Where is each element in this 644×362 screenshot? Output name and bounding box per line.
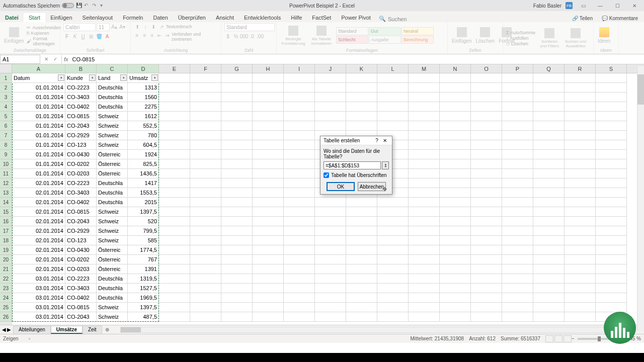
cell[interactable] bbox=[221, 140, 253, 150]
cell[interactable] bbox=[502, 159, 533, 169]
align-center-icon[interactable]: ≡ bbox=[141, 32, 148, 39]
cell[interactable] bbox=[471, 236, 502, 245]
cell[interactable] bbox=[409, 255, 440, 264]
cell[interactable] bbox=[159, 245, 190, 255]
dialog-help-icon[interactable]: ? bbox=[373, 138, 381, 143]
cell[interactable] bbox=[471, 312, 502, 322]
cell[interactable] bbox=[409, 150, 440, 159]
cell[interactable] bbox=[440, 255, 471, 264]
cell[interactable] bbox=[533, 102, 565, 112]
cell[interactable] bbox=[159, 264, 190, 274]
redo-icon[interactable]: ↷ bbox=[92, 3, 98, 9]
cell[interactable] bbox=[190, 150, 221, 159]
cell[interactable] bbox=[377, 93, 409, 102]
cell[interactable] bbox=[533, 226, 565, 236]
cell[interactable] bbox=[409, 303, 440, 312]
row-header-26[interactable]: 26 bbox=[0, 312, 12, 322]
cell[interactable] bbox=[253, 102, 284, 112]
cell[interactable] bbox=[190, 303, 221, 312]
cell[interactable] bbox=[377, 83, 409, 93]
cell[interactable] bbox=[253, 178, 284, 188]
cell[interactable] bbox=[346, 83, 377, 93]
cell[interactable] bbox=[409, 178, 440, 188]
cell[interactable]: Deutschla bbox=[97, 93, 128, 102]
cell[interactable] bbox=[190, 112, 221, 121]
cell[interactable] bbox=[284, 159, 315, 169]
cell[interactable]: 1391 bbox=[128, 264, 159, 274]
cell[interactable] bbox=[533, 264, 565, 274]
cell[interactable] bbox=[377, 217, 409, 226]
cell[interactable] bbox=[346, 236, 377, 245]
col-header-S[interactable]: S bbox=[596, 64, 627, 73]
cell[interactable] bbox=[284, 312, 315, 322]
cell[interactable] bbox=[221, 245, 253, 255]
cell[interactable] bbox=[346, 198, 377, 207]
cell[interactable] bbox=[533, 83, 565, 93]
cell[interactable] bbox=[533, 198, 565, 207]
cell[interactable] bbox=[471, 255, 502, 264]
save-icon[interactable]: 💾 bbox=[76, 3, 82, 9]
cell[interactable]: 02.01.2014 bbox=[12, 178, 65, 188]
cell[interactable] bbox=[440, 140, 471, 150]
align-bottom-icon[interactable]: ⬇ bbox=[150, 23, 157, 30]
cell[interactable] bbox=[284, 245, 315, 255]
cell[interactable] bbox=[502, 83, 533, 93]
cell[interactable]: 1553,5 bbox=[128, 188, 159, 198]
enter-formula-icon[interactable]: ✓ bbox=[51, 55, 59, 63]
cell[interactable] bbox=[409, 121, 440, 131]
cell[interactable]: CO-3403 bbox=[65, 284, 97, 293]
col-header-M[interactable]: M bbox=[409, 64, 440, 73]
cell[interactable] bbox=[471, 131, 502, 140]
cell[interactable]: Schweiz bbox=[97, 303, 128, 312]
table-header-land[interactable]: Land▾ bbox=[97, 73, 128, 83]
filter-arrow-icon[interactable]: ▾ bbox=[151, 74, 158, 81]
cell[interactable] bbox=[409, 93, 440, 102]
filter-arrow-icon[interactable]: ▾ bbox=[120, 74, 127, 81]
cell[interactable] bbox=[440, 102, 471, 112]
col-header-G[interactable]: G bbox=[221, 64, 253, 73]
cell[interactable] bbox=[565, 312, 596, 322]
cell[interactable]: 1436,5 bbox=[128, 169, 159, 178]
col-header-H[interactable]: H bbox=[253, 64, 284, 73]
cell[interactable] bbox=[565, 83, 596, 93]
underline-icon[interactable]: U bbox=[79, 33, 87, 40]
cell[interactable] bbox=[190, 293, 221, 303]
cell[interactable] bbox=[190, 178, 221, 188]
cell[interactable] bbox=[221, 93, 253, 102]
cell[interactable] bbox=[221, 102, 253, 112]
cell[interactable] bbox=[253, 150, 284, 159]
cell[interactable] bbox=[159, 178, 190, 188]
ok-button[interactable]: OK bbox=[327, 182, 355, 191]
cell[interactable] bbox=[284, 140, 315, 150]
cell[interactable] bbox=[471, 102, 502, 112]
cell[interactable] bbox=[346, 112, 377, 121]
row-header-14[interactable]: 14 bbox=[0, 198, 12, 207]
cell[interactable]: CO-0815 bbox=[65, 303, 97, 312]
cell[interactable] bbox=[565, 255, 596, 264]
maximize-icon[interactable]: ☐ bbox=[611, 1, 624, 10]
cell[interactable]: CO-0202 bbox=[65, 255, 97, 264]
merge-button[interactable]: Verbinden und zentrieren bbox=[172, 32, 218, 42]
cell[interactable] bbox=[221, 236, 253, 245]
row-header-25[interactable]: 25 bbox=[0, 303, 12, 312]
cell[interactable] bbox=[502, 131, 533, 140]
cell[interactable]: 2275 bbox=[128, 102, 159, 112]
cell[interactable] bbox=[253, 303, 284, 312]
cell[interactable] bbox=[533, 274, 565, 284]
row-header-8[interactable]: 8 bbox=[0, 140, 12, 150]
cell[interactable] bbox=[409, 217, 440, 226]
tab-seitenlayout[interactable]: Seitenlayout bbox=[77, 13, 118, 22]
cell[interactable] bbox=[596, 83, 627, 93]
cell[interactable] bbox=[596, 207, 627, 217]
cell[interactable] bbox=[221, 274, 253, 284]
cell[interactable] bbox=[284, 131, 315, 140]
view-normal-icon[interactable] bbox=[545, 335, 553, 342]
cell[interactable] bbox=[159, 293, 190, 303]
cell[interactable] bbox=[377, 102, 409, 112]
cell[interactable] bbox=[440, 178, 471, 188]
cell[interactable] bbox=[565, 102, 596, 112]
cell[interactable] bbox=[221, 264, 253, 274]
cell[interactable] bbox=[440, 150, 471, 159]
tab-formeln[interactable]: Formeln bbox=[118, 13, 148, 22]
cell[interactable] bbox=[377, 236, 409, 245]
